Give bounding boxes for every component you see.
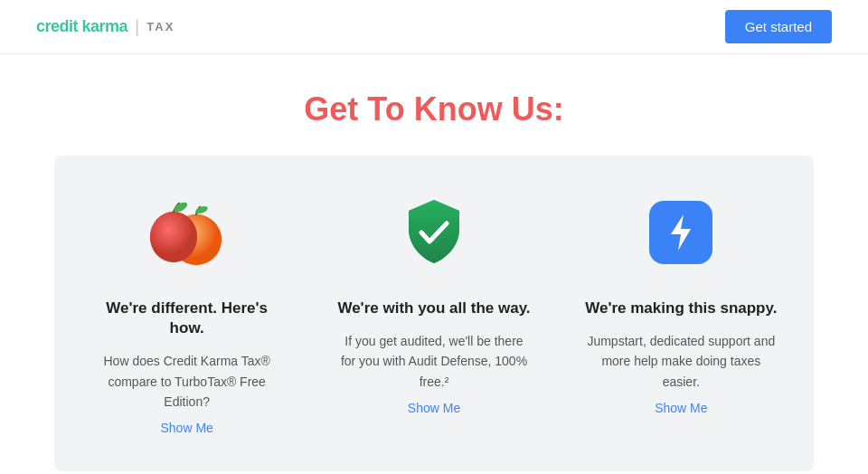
card-with-you-title: We're with you all the way. xyxy=(337,299,530,318)
card-snappy-description: Jumpstart, dedicated support and more he… xyxy=(585,331,778,392)
get-started-button[interactable]: Get started xyxy=(725,10,832,43)
logo-credit-karma: credit karma xyxy=(36,17,127,36)
card-different-show-me[interactable]: Show Me xyxy=(160,421,212,435)
header: credit karma | TAX Get started xyxy=(0,0,868,54)
lightning-icon-bg xyxy=(649,201,712,264)
card-with-you-show-me[interactable]: Show Me xyxy=(408,401,460,415)
svg-marker-6 xyxy=(671,214,691,251)
shield-check-icon xyxy=(393,192,475,273)
card-different-description: How does Credit Karma Tax® compare to Tu… xyxy=(90,351,283,412)
card-snappy-show-me[interactable]: Show Me xyxy=(655,401,707,415)
card-with-you: We're with you all the way. If you get a… xyxy=(319,192,548,415)
main-content: Get To Know Us: xyxy=(0,54,868,471)
apple-orange-icon xyxy=(146,192,228,273)
svg-point-3 xyxy=(150,212,197,262)
lightning-icon xyxy=(640,192,722,273)
card-different-title: We're different. Here's how. xyxy=(90,299,283,338)
logo-separator: | xyxy=(135,16,139,37)
logo-tax: TAX xyxy=(146,20,175,33)
card-different: We're different. Here's how. How does Cr… xyxy=(72,192,301,435)
card-snappy: We're making this snappy. Jumpstart, ded… xyxy=(567,192,796,415)
logo: credit karma | TAX xyxy=(36,16,175,37)
card-with-you-description: If you get audited, we'll be there for y… xyxy=(337,331,530,392)
cards-container: We're different. Here's how. How does Cr… xyxy=(54,156,814,471)
page-title: Get To Know Us: xyxy=(54,90,814,128)
card-snappy-title: We're making this snappy. xyxy=(585,299,777,318)
